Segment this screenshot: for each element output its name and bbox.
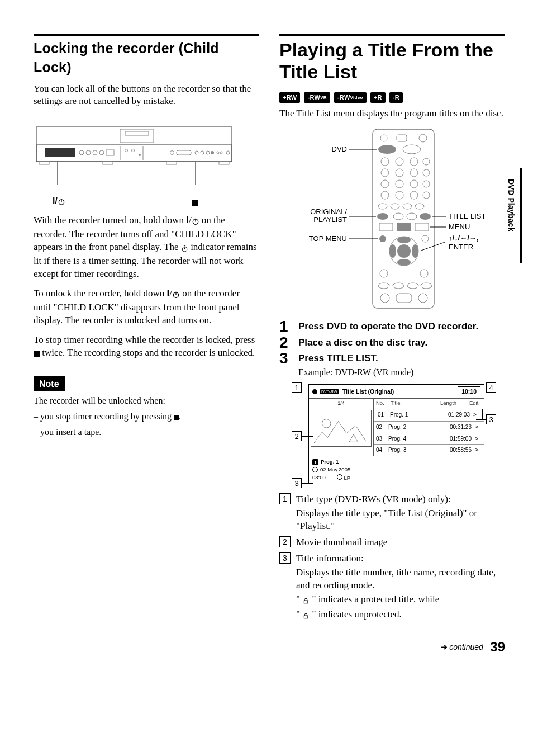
svg-rect-70 — [397, 223, 411, 231]
svg-line-99 — [420, 242, 446, 251]
power-icon — [172, 289, 180, 301]
svg-point-78 — [389, 244, 396, 258]
svg-point-77 — [397, 259, 411, 266]
svg-rect-71 — [415, 223, 429, 231]
svg-point-67 — [407, 213, 417, 220]
right-column: Playing a Title From the Title List +RW … — [279, 34, 505, 626]
badge-plus-r: +R — [370, 92, 386, 103]
svg-text:MENU: MENU — [449, 223, 470, 231]
badge-plus-rw: +RW — [279, 92, 300, 103]
side-tab: DVD Playback — [506, 179, 516, 231]
label-dvd: DVD — [332, 145, 347, 153]
stop-timer-para: To stop timer recording while the record… — [34, 334, 259, 360]
svg-point-23 — [226, 151, 230, 154]
svg-point-40 — [380, 135, 387, 141]
step-2: Place a disc on the disc tray. — [279, 337, 505, 349]
svg-point-46 — [396, 158, 403, 166]
clock-icon — [312, 467, 318, 472]
callout-2: 2 — [292, 431, 302, 441]
timer-icon — [181, 242, 188, 255]
svg-point-44 — [403, 145, 421, 154]
svg-point-63 — [403, 204, 412, 209]
svg-point-5 — [79, 150, 84, 155]
svg-point-14 — [139, 154, 141, 156]
page-number: 39 — [490, 638, 505, 656]
title-list-screenshot: 1 2 3 4 3 DVD-RW Title List (Original) 1… — [292, 384, 493, 484]
svg-rect-25 — [103, 162, 113, 164]
svg-rect-87 — [396, 294, 412, 303]
svg-point-72 — [379, 235, 386, 242]
svg-point-12 — [125, 149, 128, 152]
step-3: Press TITLE LIST. Example: DVD-RW (VR mo… — [279, 352, 505, 379]
svg-point-49 — [396, 169, 403, 177]
svg-point-20 — [211, 151, 214, 154]
svg-point-80 — [380, 270, 388, 277]
svg-point-57 — [423, 158, 430, 165]
tl-row-2: 02 Prog. 2 00:31:23 > — [374, 421, 484, 433]
tl-column-headers: No. Title Length Edit — [374, 399, 484, 408]
svg-rect-9 — [106, 150, 114, 155]
svg-point-83 — [393, 283, 404, 289]
thumb-counter: 1/4 — [309, 399, 373, 408]
title-list-intro: The Title List menu displays the program… — [279, 107, 505, 120]
svg-point-76 — [397, 237, 411, 243]
svg-point-68 — [420, 213, 431, 220]
recorder-front-panel-illustration: l/ — [34, 117, 235, 206]
svg-point-7 — [93, 150, 97, 155]
svg-point-53 — [410, 180, 418, 188]
tl-info-panel: T Prog. 1 02.May.2005 08:00 LP — [309, 456, 484, 484]
legend-item-3: 3 Title information: Displays the title … — [279, 552, 505, 622]
note-heading: Note — [34, 376, 65, 392]
steps-list: Press DVD to operate the DVD recorder. P… — [279, 320, 505, 379]
svg-point-60 — [423, 192, 430, 199]
svg-point-50 — [410, 169, 418, 177]
page-footer: ➜continued 39 — [34, 638, 505, 656]
legend-item-1: 1 Title type (DVD-RWs (VR mode) only): D… — [279, 493, 505, 533]
svg-rect-16 — [177, 150, 191, 155]
stop-button-label — [192, 196, 198, 208]
tl-row-1: 01 Prog. 1 01:29:03 > — [375, 409, 483, 421]
svg-point-8 — [99, 150, 104, 155]
lock-para: With the recorder turned on, hold down l… — [34, 214, 259, 281]
svg-point-102 — [322, 419, 331, 428]
svg-point-55 — [396, 191, 403, 199]
svg-rect-27 — [219, 162, 229, 164]
svg-point-58 — [423, 169, 430, 176]
power-button-label: l/ — [53, 195, 65, 208]
svg-point-52 — [396, 180, 403, 188]
record-dot-icon — [312, 389, 317, 394]
svg-point-6 — [86, 150, 91, 155]
title-list-heading: Playing a Title From the Title List — [279, 39, 505, 83]
tl-title: Title List (Original) — [342, 388, 394, 395]
svg-point-13 — [132, 149, 135, 152]
svg-point-42 — [419, 134, 427, 142]
legend-item-2: 2 Movie thumbnail image — [279, 536, 505, 549]
child-lock-heading: Locking the recorder (Child Lock) — [34, 39, 259, 77]
lock-icon — [337, 474, 342, 480]
disc-type-badges: +RW -RWVR -RWVideo +R -R — [279, 91, 505, 103]
svg-point-85 — [421, 283, 432, 289]
svg-point-86 — [380, 294, 389, 303]
svg-text:TOP MENU: TOP MENU — [309, 234, 347, 243]
side-tab-bar — [520, 168, 522, 263]
svg-point-15 — [170, 151, 174, 155]
svg-rect-69 — [379, 223, 393, 231]
svg-point-18 — [201, 151, 204, 154]
svg-point-81 — [420, 270, 428, 277]
title-chip-icon: T — [312, 459, 318, 465]
svg-point-22 — [220, 152, 222, 154]
svg-rect-41 — [397, 135, 407, 141]
stop-icon — [174, 415, 179, 420]
svg-point-47 — [410, 158, 418, 166]
badge-minus-rw-vr: -RWVR — [304, 92, 330, 103]
note-intro: The recorder will be unlocked when: — [34, 395, 259, 407]
svg-rect-26 — [166, 162, 177, 164]
svg-rect-103 — [304, 601, 308, 603]
svg-text:PLAYLIST: PLAYLIST — [313, 215, 347, 224]
callout-3b: 3 — [486, 414, 496, 424]
svg-point-62 — [391, 204, 399, 209]
svg-rect-104 — [304, 616, 308, 618]
power-icon — [192, 215, 199, 228]
svg-point-79 — [412, 244, 418, 258]
svg-point-73 — [422, 235, 429, 242]
